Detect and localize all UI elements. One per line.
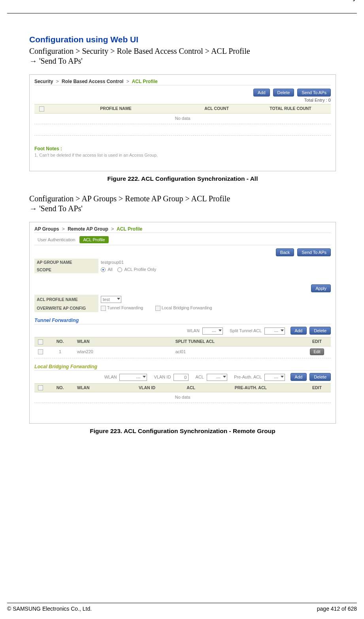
label-scope: SCOPE bbox=[34, 266, 98, 273]
edit-button[interactable]: Edit bbox=[310, 348, 324, 355]
breadcrumb-active: ACL Profile bbox=[117, 226, 142, 232]
figure-223-caption: Figure 223. ACL Configuration Synchroniz… bbox=[29, 428, 336, 435]
nav-path-2b: → 'Send To APs' bbox=[29, 204, 336, 213]
footnote-1: 1. Can't be deleted if the access list i… bbox=[34, 153, 331, 157]
cell-split-tunnel-acl: acl01 bbox=[175, 349, 303, 354]
no-data: No data bbox=[34, 392, 331, 402]
col-split-tunnel-acl: SPLIT TUNNEL ACL bbox=[175, 339, 303, 345]
profile-settings: ACL PROFILE NAME test OVERWRITE AP CONFI… bbox=[34, 295, 331, 312]
tunnel-add-button[interactable]: Add bbox=[290, 327, 307, 335]
wlan-select[interactable]: --- bbox=[202, 327, 223, 335]
grid-header: PROFILE NAME ACL COUNT TOTAL RULE COUNT bbox=[34, 104, 331, 114]
tunnel-grid-header: NO. WLAN SPLIT TUNNEL ACL EDIT bbox=[34, 337, 331, 346]
radio-scope-profile-only[interactable] bbox=[117, 267, 122, 272]
label-acl: ACL bbox=[195, 375, 204, 379]
tunnel-row: 1 wlan220 acl01 Edit bbox=[34, 346, 331, 357]
col-wlan: WLAN bbox=[74, 339, 175, 345]
nav-path-2: Configuration > AP Groups > Remote AP Gr… bbox=[29, 194, 336, 203]
label-vlan-id: VLAN ID bbox=[154, 375, 171, 379]
divider bbox=[34, 85, 331, 85]
tunnel-delete-button[interactable]: Delete bbox=[309, 327, 331, 335]
footer-copyright: © SAMSUNG Electronics Co., Ltd. bbox=[7, 606, 92, 612]
select-all-checkbox[interactable] bbox=[39, 106, 44, 112]
figure-222-caption: Figure 222. ACL Configuration Synchroniz… bbox=[29, 175, 336, 182]
tab-user-authentication[interactable]: User Authentication bbox=[34, 236, 78, 243]
row-checkbox[interactable] bbox=[38, 349, 43, 354]
wlan-select[interactable]: --- bbox=[119, 374, 147, 381]
breadcrumb-item: AP Groups bbox=[34, 226, 59, 232]
send-to-aps-button[interactable]: Send To APs bbox=[297, 248, 331, 256]
radio-label-all: All bbox=[108, 267, 112, 272]
breadcrumb-item: Role Based Access Control bbox=[62, 79, 123, 84]
label-wlan: WLAN bbox=[104, 375, 117, 379]
checkbox-local-bridging[interactable] bbox=[155, 306, 160, 311]
preauth-acl-select[interactable]: --- bbox=[264, 374, 285, 381]
no-data: No data bbox=[34, 114, 331, 123]
col-preauth-acl: PRE-AUTH. ACL bbox=[235, 385, 303, 391]
footnotes-heading: Foot Notes : bbox=[34, 146, 331, 151]
col-acl: ACL bbox=[187, 385, 234, 391]
footer: © SAMSUNG Electronics Co., Ltd. page 412… bbox=[7, 603, 357, 612]
label-tunnel-forwarding: Tunnel Forwarding bbox=[107, 305, 143, 310]
breadcrumb-sep: > bbox=[125, 79, 131, 84]
col-profile-name: PROFILE NAME bbox=[49, 106, 183, 112]
delete-button[interactable]: Delete bbox=[273, 89, 294, 97]
split-tunnel-acl-select[interactable]: --- bbox=[264, 327, 285, 335]
nav-path-1b: → 'Send To APs' bbox=[29, 57, 336, 66]
local-add-button[interactable]: Add bbox=[290, 373, 307, 381]
running-head: CHAPTER 8. Security bbox=[7, 0, 357, 1]
tunnel-controls: WLAN --- Split Tunnel ACL --- Add Delete bbox=[34, 324, 331, 337]
radio-label-profile-only: ACL Profile Only bbox=[124, 267, 156, 272]
local-controls: WLAN --- VLAN ID 0 ACL --- Pre-Auth. ACL… bbox=[34, 371, 331, 383]
breadcrumb-item: Remote AP Group bbox=[68, 226, 108, 232]
checkbox-tunnel-forwarding[interactable] bbox=[101, 306, 106, 311]
tunnel-select-all-checkbox[interactable] bbox=[38, 339, 43, 345]
local-grid-header: NO. WLAN VLAN ID ACL PRE-AUTH. ACL EDIT bbox=[34, 383, 331, 393]
apply-button[interactable]: Apply bbox=[311, 284, 331, 292]
breadcrumb: AP Groups > Remote AP Group > ACL Profil… bbox=[34, 226, 331, 232]
footer-page-number: page 412 of 628 bbox=[317, 606, 357, 612]
col-total-rule-count: TOTAL RULE COUNT bbox=[250, 106, 331, 112]
radio-scope-all[interactable] bbox=[101, 267, 106, 272]
divider bbox=[34, 233, 331, 233]
cell-wlan: wlan220 bbox=[74, 349, 175, 354]
col-edit: EDIT bbox=[303, 339, 331, 345]
cell-no: 1 bbox=[46, 349, 74, 354]
value-ap-group-name: testgroup01 bbox=[98, 259, 331, 266]
label-local-bridging: Local Bridging Forwarding bbox=[162, 305, 212, 310]
figure-223-screenshot: AP Groups > Remote AP Group > ACL Profil… bbox=[29, 222, 336, 424]
col-wlan: WLAN bbox=[74, 385, 139, 391]
figure-222-screenshot: Security > Role Based Access Control > A… bbox=[29, 74, 336, 171]
section-local-bridging: Local Bridging Forwarding bbox=[34, 364, 331, 371]
nav-path-1: Configuration > Security > Role Based Ac… bbox=[29, 47, 336, 56]
acl-select[interactable]: --- bbox=[207, 374, 227, 381]
acl-profile-name-select[interactable]: test bbox=[101, 296, 121, 303]
divider bbox=[34, 124, 331, 124]
breadcrumb: Security > Role Based Access Control > A… bbox=[34, 79, 331, 84]
col-no: NO. bbox=[46, 385, 74, 391]
label-split-tunnel-acl: Split Tunnel ACL bbox=[230, 328, 262, 333]
label-overwrite-ap-config: OVERWRITE AP CONFIG bbox=[34, 304, 98, 312]
section-heading: Configuration using Web UI bbox=[29, 35, 336, 44]
add-button[interactable]: Add bbox=[253, 89, 270, 97]
breadcrumb-sep: > bbox=[109, 226, 115, 232]
send-to-aps-button[interactable]: Send To APs bbox=[297, 89, 331, 97]
divider bbox=[34, 403, 331, 403]
label-preauth-acl: Pre-Auth. ACL bbox=[234, 375, 262, 379]
vlan-id-input[interactable]: 0 bbox=[174, 374, 189, 381]
breadcrumb-sep: > bbox=[60, 226, 66, 232]
breadcrumb-sep: > bbox=[55, 79, 60, 84]
divider bbox=[34, 135, 331, 136]
col-no: NO. bbox=[46, 339, 74, 345]
back-button[interactable]: Back bbox=[276, 248, 294, 256]
col-vlan-id: VLAN ID bbox=[139, 385, 187, 391]
tab-acl-profile[interactable]: ACL Profile bbox=[79, 236, 108, 243]
divider bbox=[34, 245, 331, 245]
local-select-all-checkbox[interactable] bbox=[38, 385, 43, 390]
local-delete-button[interactable]: Delete bbox=[309, 373, 331, 381]
col-edit: EDIT bbox=[303, 385, 331, 391]
total-entry: Total Entry : 0 bbox=[34, 98, 331, 102]
label-ap-group-name: AP GROUP NAME bbox=[34, 259, 98, 266]
breadcrumb-item: Security bbox=[34, 79, 53, 84]
label-acl-profile-name: ACL PROFILE NAME bbox=[34, 295, 98, 304]
